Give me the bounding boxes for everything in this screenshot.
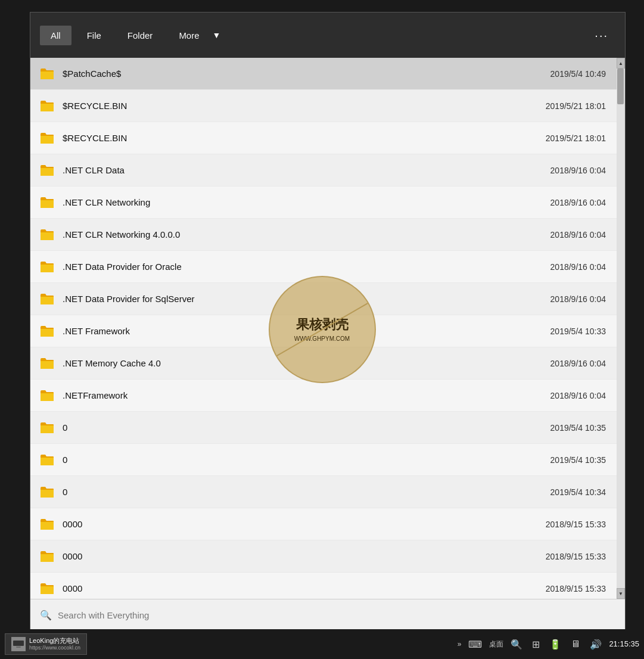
more-dropdown-arrow: ▼ bbox=[213, 30, 221, 40]
folder-icon bbox=[40, 260, 54, 273]
file-list: $PatchCache$2019/5/4 10:49 $RECYCLE.BIN2… bbox=[30, 58, 625, 599]
list-item[interactable]: 00002018/9/15 15:33 bbox=[30, 573, 625, 599]
scrollbar-up[interactable]: ▲ bbox=[617, 58, 625, 69]
folder-icon bbox=[40, 582, 54, 595]
taskbar: LeoKing的充电站 https://www.cocokl.cn » ⌨ 桌面… bbox=[0, 629, 644, 659]
search-bar: 🔍 bbox=[30, 599, 625, 631]
list-item[interactable]: .NET Framework2019/5/4 10:33 bbox=[30, 315, 625, 347]
battery-icon[interactable]: 🔋 bbox=[547, 636, 564, 652]
list-item[interactable]: .NET Data Provider for SqlServer2018/9/1… bbox=[30, 283, 625, 315]
scrollbar-down[interactable]: ▼ bbox=[617, 588, 625, 599]
list-item[interactable]: 02019/5/4 10:35 bbox=[30, 412, 625, 444]
file-date: 2018/9/16 0:04 bbox=[550, 262, 606, 272]
folder-icon bbox=[40, 196, 54, 209]
folder-icon bbox=[40, 100, 54, 113]
tab-more[interactable]: More bbox=[168, 26, 210, 45]
file-name: $RECYCLE.BIN bbox=[63, 101, 536, 111]
folder-icon bbox=[40, 453, 54, 467]
list-item[interactable]: 02019/5/4 10:34 bbox=[30, 476, 625, 508]
file-name: .NETFramework bbox=[63, 390, 541, 400]
folder-icon bbox=[40, 67, 54, 80]
folder-icon bbox=[40, 164, 54, 177]
svg-rect-2 bbox=[16, 646, 21, 648]
folder-icon bbox=[40, 325, 54, 338]
folder-icon bbox=[40, 293, 54, 306]
list-item[interactable]: $RECYCLE.BIN2019/5/21 18:01 bbox=[30, 122, 625, 154]
folder-icon bbox=[40, 518, 54, 531]
taskbar-time: 21:15:35 bbox=[609, 639, 639, 649]
network-icon[interactable]: 🖥 bbox=[568, 636, 583, 652]
file-date: 2018/9/16 0:04 bbox=[550, 166, 606, 175]
file-date: 2019/5/4 10:49 bbox=[550, 69, 606, 79]
main-window: All File Folder More ▼ ··· $PatchCache$2… bbox=[30, 12, 626, 632]
folder-icon bbox=[40, 357, 54, 370]
taskbar-app-text: LeoKing的充电站 https://www.cocokl.cn bbox=[29, 636, 80, 652]
folder-icon bbox=[40, 421, 54, 434]
file-list-container: $PatchCache$2019/5/4 10:49 $RECYCLE.BIN2… bbox=[30, 58, 625, 631]
tab-all[interactable]: All bbox=[40, 26, 71, 45]
file-date: 2018/9/16 0:04 bbox=[550, 198, 606, 207]
file-date: 2018/9/16 0:04 bbox=[550, 294, 606, 304]
taskbar-extra-icon[interactable]: ⊞ bbox=[530, 636, 542, 652]
file-name: .NET CLR Networking 4.0.0.0 bbox=[63, 229, 541, 240]
taskbar-chevron-icon[interactable]: » bbox=[458, 640, 462, 648]
list-item[interactable]: 00002018/9/15 15:33 bbox=[30, 540, 625, 573]
toolbar-more-options[interactable]: ··· bbox=[587, 24, 615, 47]
svg-rect-1 bbox=[13, 641, 24, 646]
file-name: .NET Framework bbox=[63, 326, 541, 336]
tab-more-container: More ▼ bbox=[168, 26, 220, 45]
folder-icon bbox=[40, 389, 54, 402]
file-name: 0000 bbox=[63, 519, 536, 529]
scrollbar[interactable]: ▲ ▼ bbox=[617, 58, 625, 599]
file-date: 2018/9/15 15:33 bbox=[546, 552, 606, 561]
volume-icon[interactable]: 🔊 bbox=[587, 636, 604, 652]
file-date: 2018/9/15 15:33 bbox=[546, 584, 606, 593]
scrollbar-track[interactable] bbox=[617, 69, 625, 588]
taskbar-search-icon[interactable]: 🔍 bbox=[508, 636, 525, 652]
file-date: 2019/5/4 10:35 bbox=[550, 455, 606, 465]
file-name: .NET CLR Data bbox=[63, 165, 541, 175]
search-input[interactable] bbox=[58, 610, 615, 620]
file-date: 2019/5/21 18:01 bbox=[546, 133, 606, 143]
file-name: $RECYCLE.BIN bbox=[63, 133, 536, 143]
taskbar-app-icon bbox=[11, 637, 26, 651]
list-item[interactable]: 00002018/9/15 15:33 bbox=[30, 508, 625, 540]
file-name: 0000 bbox=[63, 551, 536, 561]
list-item[interactable]: .NET Memory Cache 4.02018/9/16 0:04 bbox=[30, 347, 625, 380]
list-scroll-area[interactable]: $PatchCache$2019/5/4 10:49 $RECYCLE.BIN2… bbox=[30, 58, 625, 599]
file-date: 2019/5/4 10:35 bbox=[550, 423, 606, 433]
file-date: 2018/9/16 0:04 bbox=[550, 359, 606, 368]
file-name: 0 bbox=[63, 455, 541, 465]
folder-icon bbox=[40, 228, 54, 241]
keyboard-icon[interactable]: ⌨ bbox=[466, 636, 484, 652]
list-item[interactable]: .NET Data Provider for Oracle2018/9/16 0… bbox=[30, 251, 625, 283]
folder-icon bbox=[40, 132, 54, 145]
file-name: 0 bbox=[63, 487, 541, 497]
tab-folder[interactable]: Folder bbox=[117, 26, 164, 45]
list-item[interactable]: .NET CLR Networking2018/9/16 0:04 bbox=[30, 186, 625, 219]
file-date: 2018/9/15 15:33 bbox=[546, 520, 606, 529]
folder-icon bbox=[40, 550, 54, 563]
scrollbar-thumb[interactable] bbox=[617, 69, 624, 104]
desktop-label[interactable]: 桌面 bbox=[489, 639, 503, 649]
folder-icon bbox=[40, 486, 54, 499]
list-item[interactable]: .NET CLR Data2018/9/16 0:04 bbox=[30, 154, 625, 186]
list-item[interactable]: .NETFramework2018/9/16 0:04 bbox=[30, 380, 625, 412]
file-name: .NET CLR Networking bbox=[63, 197, 541, 207]
tab-file[interactable]: File bbox=[76, 26, 112, 45]
list-item[interactable]: .NET CLR Networking 4.0.0.02018/9/16 0:0… bbox=[30, 219, 625, 251]
taskbar-right: » ⌨ 桌面 🔍 ⊞ 🔋 🖥 🔊 21:15:35 bbox=[458, 636, 639, 652]
list-item[interactable]: $RECYCLE.BIN2019/5/21 18:01 bbox=[30, 90, 625, 122]
list-item[interactable]: 02019/5/4 10:35 bbox=[30, 444, 625, 476]
file-date: 2018/9/16 0:04 bbox=[550, 230, 606, 240]
file-date: 2019/5/21 18:01 bbox=[546, 101, 606, 111]
file-name: .NET Data Provider for Oracle bbox=[63, 262, 541, 272]
file-name: .NET Memory Cache 4.0 bbox=[63, 358, 541, 368]
taskbar-app-button[interactable]: LeoKing的充电站 https://www.cocokl.cn bbox=[5, 633, 87, 655]
list-item[interactable]: $PatchCache$2019/5/4 10:49 bbox=[30, 58, 625, 90]
file-date: 2018/9/16 0:04 bbox=[550, 391, 606, 400]
file-name: $PatchCache$ bbox=[63, 69, 541, 79]
file-name: .NET Data Provider for SqlServer bbox=[63, 294, 541, 304]
search-icon: 🔍 bbox=[40, 610, 52, 621]
file-name: 0000 bbox=[63, 583, 536, 593]
